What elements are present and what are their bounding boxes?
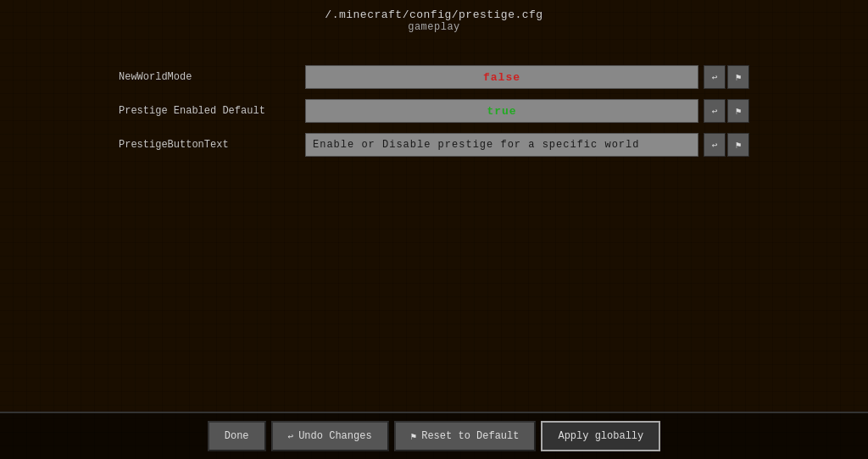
undo-btn-new-world-mode[interactable]: ↩ bbox=[704, 65, 726, 89]
label-new-world-mode: NewWorldMode bbox=[119, 71, 305, 83]
undo-icon: ↩ bbox=[288, 431, 294, 442]
reset-btn-prestige-enabled[interactable]: ⚑ bbox=[727, 99, 749, 123]
reset-btn-prestige-button-text[interactable]: ⚑ bbox=[727, 133, 749, 157]
file-path: /.minecraft/config/prestige.cfg bbox=[0, 8, 868, 21]
reset-icon: ⚑ bbox=[411, 431, 417, 442]
buttons-prestige-button-text: ↩ ⚑ bbox=[702, 133, 749, 157]
reset-label: Reset to Default bbox=[421, 430, 519, 442]
value-new-world-mode[interactable]: false bbox=[305, 65, 698, 89]
buttons-prestige-enabled: ↩ ⚑ bbox=[702, 99, 749, 123]
config-row-prestige-enabled: Prestige Enabled Default true ↩ ⚑ bbox=[119, 97, 749, 124]
title-bar: /.minecraft/config/prestige.cfg gameplay bbox=[0, 0, 868, 38]
done-button[interactable]: Done bbox=[208, 421, 266, 451]
reset-to-default-button[interactable]: ⚑ Reset to Default bbox=[394, 421, 537, 451]
done-label: Done bbox=[225, 430, 249, 442]
label-prestige-enabled: Prestige Enabled Default bbox=[119, 105, 305, 117]
undo-btn-prestige-enabled[interactable]: ↩ bbox=[704, 99, 726, 123]
label-prestige-button-text: PrestigeButtonText bbox=[119, 139, 305, 151]
section-name: gameplay bbox=[0, 21, 868, 33]
undo-btn-prestige-button-text[interactable]: ↩ bbox=[704, 133, 726, 157]
buttons-new-world-mode: ↩ ⚑ bbox=[702, 65, 749, 89]
undo-changes-button[interactable]: ↩ Undo Changes bbox=[271, 421, 389, 451]
value-prestige-enabled[interactable]: true bbox=[305, 99, 698, 123]
config-row-prestige-button-text: PrestigeButtonText Enable or Disable pre… bbox=[119, 131, 749, 158]
apply-globally-button[interactable]: Apply globally bbox=[541, 421, 660, 451]
reset-btn-new-world-mode[interactable]: ⚑ bbox=[727, 65, 749, 89]
config-panel: NewWorldMode false ↩ ⚑ Prestige Enabled … bbox=[0, 47, 868, 158]
footer-bar: Done ↩ Undo Changes ⚑ Reset to Default A… bbox=[0, 412, 868, 459]
value-prestige-button-text[interactable]: Enable or Disable prestige for a specifi… bbox=[305, 133, 698, 157]
undo-label: Undo Changes bbox=[298, 430, 371, 442]
config-row-new-world-mode: NewWorldMode false ↩ ⚑ bbox=[119, 64, 749, 91]
apply-label: Apply globally bbox=[558, 430, 643, 442]
